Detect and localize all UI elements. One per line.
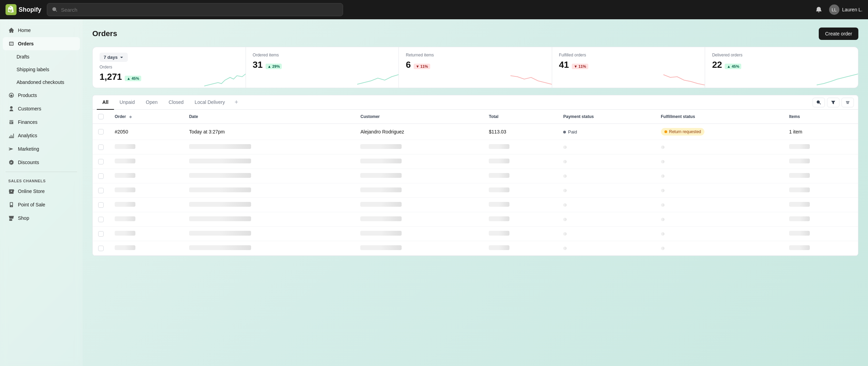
sidebar-item-abandoned-checkouts[interactable]: Abandoned checkouts xyxy=(3,76,80,88)
stat-ordered-value: 31 ▲ 29% xyxy=(253,60,392,70)
sidebar-item-home[interactable]: Home xyxy=(3,24,80,37)
skeleton xyxy=(115,144,135,149)
skeleton xyxy=(189,159,251,163)
period-selector[interactable]: 7 days xyxy=(100,53,128,62)
select-all-checkbox[interactable] xyxy=(98,114,104,119)
sidebar-item-home-label: Home xyxy=(18,28,31,33)
sidebar-item-customers-label: Customers xyxy=(18,106,41,111)
returned-sparkline xyxy=(510,71,552,88)
sidebar-item-shipping-labels-label: Shipping labels xyxy=(17,67,49,72)
table-row xyxy=(93,212,858,227)
delivered-sparkline xyxy=(817,71,858,88)
sidebar-item-analytics[interactable]: Analytics xyxy=(3,129,80,142)
user-name: Lauren L. xyxy=(842,7,862,12)
skeleton xyxy=(115,216,135,221)
skeleton xyxy=(661,247,664,250)
items-column-header: Items xyxy=(784,110,858,124)
sidebar-item-drafts-label: Drafts xyxy=(17,54,29,60)
table-row xyxy=(93,183,858,198)
stat-card-fulfilled-orders: Fulfilled orders 41 ▼ 11% xyxy=(552,47,705,88)
skeleton xyxy=(360,245,402,250)
order-column-header: Order xyxy=(109,110,184,124)
table-row xyxy=(93,169,858,183)
skeleton xyxy=(189,187,251,192)
skeleton xyxy=(189,245,251,250)
row-checkbox[interactable] xyxy=(98,246,104,251)
date-cell: Today at 3:27pm xyxy=(184,124,355,140)
stat-card-delivered-orders: Delivered orders 22 ▲ 45% xyxy=(705,47,858,88)
tab-add-button[interactable]: + xyxy=(230,95,242,109)
sidebar-item-drafts[interactable]: Drafts xyxy=(3,51,80,63)
row-checkbox[interactable] xyxy=(98,173,104,179)
row-checkbox[interactable] xyxy=(98,202,104,208)
shop-icon xyxy=(8,215,14,221)
products-icon xyxy=(8,92,14,98)
home-icon xyxy=(8,27,14,33)
stat-fulfilled-label: Fulfilled orders xyxy=(559,53,698,57)
customer-cell: Alejandro Rodriguez xyxy=(355,124,483,140)
sidebar-item-shop[interactable]: Shop xyxy=(3,212,80,225)
search-icon xyxy=(52,7,58,12)
skeleton xyxy=(563,203,567,207)
shopify-logo-icon xyxy=(6,4,17,15)
sidebar-item-finances[interactable]: Finances xyxy=(3,116,80,129)
stat-delivered-value: 22 ▲ 45% xyxy=(712,60,851,70)
items-cell: 1 item xyxy=(784,124,858,140)
sidebar-item-point-of-sale[interactable]: Point of Sale xyxy=(3,198,80,211)
user-menu-button[interactable]: LL Lauren L. xyxy=(829,4,862,15)
tab-unpaid[interactable]: Unpaid xyxy=(114,95,140,110)
finances-icon xyxy=(8,119,14,125)
date-column-header: Date xyxy=(184,110,355,124)
tab-all[interactable]: All xyxy=(97,95,114,110)
stat-card-orders: 7 days Orders 1,271 ▲ 45% xyxy=(93,47,246,88)
sidebar-item-online-store[interactable]: Online Store xyxy=(3,185,80,198)
sidebar-item-discounts[interactable]: Discounts xyxy=(3,156,80,169)
table-row xyxy=(93,227,858,241)
sidebar-item-discounts-label: Discounts xyxy=(18,160,39,165)
skeleton xyxy=(189,202,251,207)
total-column-header: Total xyxy=(483,110,558,124)
skeleton xyxy=(489,173,509,178)
skeleton xyxy=(360,231,402,236)
notification-button[interactable] xyxy=(813,4,824,15)
row-checkbox[interactable] xyxy=(98,144,104,150)
skeleton xyxy=(489,202,509,207)
total-cell: $113.03 xyxy=(483,124,558,140)
row-checkbox[interactable] xyxy=(98,129,104,134)
sidebar-item-analytics-label: Analytics xyxy=(18,133,37,138)
tab-local-delivery[interactable]: Local Delivery xyxy=(189,95,230,110)
search-bar[interactable] xyxy=(47,3,343,16)
logo[interactable]: Shopify xyxy=(6,4,41,15)
skeleton xyxy=(489,245,509,250)
sidebar-item-customers[interactable]: Customers xyxy=(3,102,80,115)
tab-closed[interactable]: Closed xyxy=(163,95,189,110)
sort-button[interactable] xyxy=(841,98,854,107)
customer-column-header: Customer xyxy=(355,110,483,124)
stats-row: 7 days Orders 1,271 ▲ 45% xyxy=(92,47,858,88)
skeleton xyxy=(789,159,810,163)
create-order-button[interactable]: Create order xyxy=(819,28,858,40)
sidebar-item-products[interactable]: Products xyxy=(3,89,80,102)
row-checkbox[interactable] xyxy=(98,231,104,237)
page-header: Orders Create order xyxy=(92,28,858,40)
sidebar-item-shop-label: Shop xyxy=(18,215,29,221)
sidebar-item-marketing[interactable]: Marketing xyxy=(3,142,80,155)
filter-button[interactable] xyxy=(827,98,839,107)
search-orders-button[interactable] xyxy=(813,98,825,107)
stat-ordered-label: Ordered items xyxy=(253,53,392,57)
skeleton xyxy=(115,245,135,250)
sidebar-item-orders[interactable]: Orders xyxy=(3,37,80,50)
fulfillment-status-column-header: Fulfillment status xyxy=(655,110,784,124)
return-dot xyxy=(664,130,667,133)
stat-delivered-badge: ▲ 45% xyxy=(725,64,741,69)
table-row[interactable]: #2050 Today at 3:27pm Alejandro Rodrigue… xyxy=(93,124,858,140)
row-checkbox[interactable] xyxy=(98,188,104,193)
tab-open[interactable]: Open xyxy=(140,95,163,110)
row-checkbox[interactable] xyxy=(98,217,104,222)
skeleton xyxy=(489,159,509,163)
search-input[interactable] xyxy=(61,7,338,13)
tabs-actions xyxy=(813,98,854,107)
sidebar-item-finances-label: Finances xyxy=(18,119,38,125)
sidebar-item-shipping-labels[interactable]: Shipping labels xyxy=(3,63,80,76)
row-checkbox[interactable] xyxy=(98,159,104,164)
